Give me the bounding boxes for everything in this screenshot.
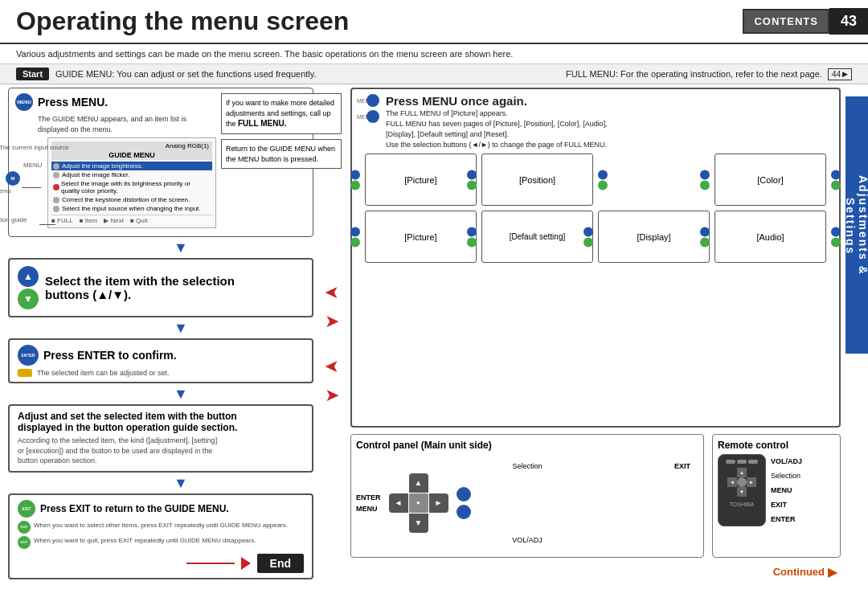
remote-btn-2[interactable]	[737, 460, 747, 464]
press-enter-heading: Press ENTER to confirm.	[43, 349, 177, 362]
enter-sub: The selected item can be adjusted or set…	[18, 369, 304, 377]
control-panel-box: Control panel (Main unit side) Selection…	[350, 434, 704, 558]
menu-cell-picture: [Picture]	[365, 154, 477, 206]
rdpad-up[interactable]: ▲	[737, 468, 747, 477]
contents-button[interactable]: CONTENTS	[743, 9, 829, 34]
remote-dpad[interactable]: ▲ ◄ ► ▼	[727, 468, 756, 497]
remote-control-box: Remote control ▲ ◄	[712, 434, 841, 558]
full-menu-desc2: FULL MENU has seven pages of [Picture], …	[386, 119, 834, 139]
remote-menu-label: MENU	[771, 486, 802, 494]
rdpad-center[interactable]	[737, 477, 747, 487]
guide-item-3: Select the image with its brightness pri…	[51, 179, 212, 195]
remote-btn-1[interactable]	[726, 460, 735, 464]
remote-body: ▲ ◄ ► ▼ TOSHIBA	[718, 454, 766, 526]
arrow-down-4: ▼	[48, 476, 313, 490]
page-title: Operating the menu screen	[16, 6, 743, 36]
side-btns-right	[457, 487, 471, 519]
guide-menu-title: GUIDE MENU	[51, 150, 212, 160]
menu-btn-small: M	[6, 171, 20, 186]
selection-icons: ▲ ▼	[18, 266, 39, 309]
exit-sub2: EXIT When you want to quit, press EXIT r…	[18, 536, 304, 549]
menu-cell-picture-label: [Picture]	[404, 175, 436, 185]
menu-cell-color: [Color]	[714, 154, 826, 206]
menu-icon: MENU	[15, 93, 33, 111]
arrow-down-3: ▼	[48, 387, 313, 401]
left-red-arrow-2: ➤	[325, 356, 339, 377]
arrow-down-2: ▼	[48, 321, 313, 335]
continued-text: Continued	[773, 566, 825, 578]
press-menu-box: MENU Press MENU. The GUIDE MENU appears,…	[8, 88, 313, 237]
full-menu-desc1: The FULL MENU of [Picture] appears.	[386, 109, 834, 117]
grid-cell-wrapper-color: [Color]	[714, 154, 826, 206]
voladj-label: VOL/ADJ	[356, 536, 698, 544]
rdpad-br	[747, 487, 756, 497]
full-menu-desc: Press MENU once again. The FULL MENU of …	[386, 94, 834, 149]
control-panel-visual: Selection EXIT ENTER MENU ▲	[356, 454, 698, 552]
rdpad-right[interactable]: ►	[747, 477, 756, 487]
remote-exit-label: EXIT	[771, 501, 802, 509]
enter-btn-icon: ENTER	[18, 345, 39, 366]
remote-btn-3[interactable]	[748, 460, 758, 464]
rdpad-left[interactable]: ◄	[727, 477, 737, 487]
remote-layout: ▲ ◄ ► ▼ TOSHIBA VOL/ADJ	[718, 454, 835, 526]
start-bar-right-text: FULL MENU: For the operating instruction…	[566, 68, 852, 80]
dpad-center[interactable]: ●	[409, 493, 428, 513]
dpad-down[interactable]: ▼	[409, 514, 428, 533]
intro-text: Various adjustments and settings can be …	[0, 44, 868, 64]
guide-footer: ■ FULL■ Item▶ Next■ Quit	[51, 215, 212, 224]
adjust-box: Adjust and set the selected item with th…	[8, 404, 313, 473]
adjustments-sidebar: Adjustments & Settings	[845, 96, 868, 354]
page-ref[interactable]: 44 ▶	[828, 68, 852, 80]
start-bar-left-text: GUIDE MENU: You can adjust or set the fu…	[55, 69, 316, 79]
header: Operating the menu screen CONTENTS 43	[0, 0, 868, 44]
side-btn-1[interactable]	[457, 487, 471, 501]
guide-menu-diagram: Analog RGB(1) GUIDE MENU Adjust the imag…	[47, 137, 216, 228]
guide-item-1: Adjust the image brightness.	[51, 162, 212, 170]
menu-cell-display: [Display]	[598, 211, 710, 263]
full-menu-btn-2	[366, 110, 379, 123]
dpad-up[interactable]: ▲	[409, 473, 428, 493]
full-menu-heading: Press MENU once again.	[386, 94, 834, 108]
rdpad-down[interactable]: ▼	[737, 487, 747, 497]
full-menu-section: MENU MENU Press MENU once again. The FUL…	[350, 88, 841, 428]
guide-item-4: Correct the keystone distortion of the s…	[51, 195, 212, 204]
menu-cell-display-label: [Display]	[637, 232, 670, 242]
down-btn-icon: ▼	[18, 289, 39, 309]
nav-btn-left-2	[350, 180, 360, 190]
guide-item-2: Adjust the image flicker.	[51, 170, 212, 179]
menu-grid: [Picture] [Position]	[357, 154, 834, 263]
dpad-left[interactable]: ◄	[389, 493, 408, 513]
menu-icon-row: MENU	[357, 94, 379, 107]
sidebar-text-2: Settings	[844, 198, 857, 255]
button-guide-line	[39, 224, 55, 225]
menu-cell-audio-label: [Audio]	[756, 232, 784, 242]
remote-enter-label: ENTER	[771, 515, 802, 523]
dpad-empty-tl	[389, 473, 408, 493]
toshiba-label: TOSHIBA	[730, 501, 755, 507]
right-flow: MENU MENU Press MENU once again. The FUL…	[350, 84, 868, 579]
guide-item-5: Select the input source when changing th…	[51, 204, 212, 213]
main-content: MENU Press MENU. The GUIDE MENU appears,…	[0, 84, 868, 579]
remote-selection-label: Selection	[771, 472, 802, 480]
rdpad-bl	[727, 487, 737, 497]
sidebar-text: Adjustments &	[857, 175, 868, 276]
dpad-right[interactable]: ►	[429, 493, 448, 513]
input-source-label: The current input source	[0, 144, 69, 151]
side-btn-2[interactable]	[457, 505, 471, 519]
menu-cell-color-label: [Color]	[757, 175, 783, 185]
menu-cell-reset-label: [Picture]	[404, 232, 436, 242]
items-label: Items	[0, 187, 11, 194]
exit-label: EXIT	[674, 462, 690, 470]
remote-vol-label: VOL/ADJ	[771, 457, 802, 465]
end-badge: End	[257, 554, 304, 573]
dpad[interactable]: ▲ ◄ ● ► ▼	[389, 473, 448, 533]
menu-cell-position-label: [Position]	[519, 175, 555, 185]
grid-cell-wrapper-default: [Default setting]	[481, 211, 593, 263]
remote-label-col: VOL/ADJ Selection MENU EXIT ENTER	[771, 454, 802, 526]
dpad-empty-tr	[429, 473, 448, 493]
start-badge: Start	[16, 68, 49, 80]
press-menu-desc: The GUIDE MENU appears, and an item list…	[38, 114, 216, 134]
page-number: 43	[829, 8, 868, 35]
items-line	[22, 187, 41, 188]
control-panel-title: Control panel (Main unit side)	[356, 440, 698, 451]
